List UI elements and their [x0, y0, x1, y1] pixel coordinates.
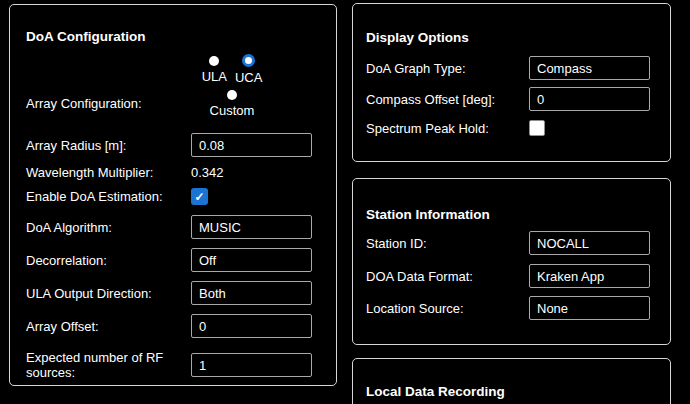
spectrum-peak-hold-label: Spectrum Peak Hold: [366, 121, 529, 136]
doa-data-format-label: DOA Data Format: [366, 269, 529, 284]
wavelength-multiplier-label: Wavelength Multiplier: [26, 165, 191, 180]
decorrelation-row: Decorrelation: [26, 248, 320, 272]
radio-dot-icon [227, 90, 237, 100]
decorrelation-select[interactable] [191, 248, 312, 272]
array-radius-input[interactable] [191, 133, 312, 157]
radio-dot-selected-icon [242, 54, 255, 67]
station-id-input[interactable] [529, 231, 650, 255]
ula-output-direction-row: ULA Output Direction: [26, 281, 320, 305]
doa-graph-type-select[interactable] [529, 56, 650, 80]
expected-rf-sources-input[interactable] [191, 353, 312, 377]
expected-rf-sources-row: Expected number of RF sources: [26, 350, 320, 380]
ula-output-direction-select[interactable] [191, 281, 312, 305]
radio-dot-icon [209, 56, 219, 66]
local-data-recording-title: Local Data Recording [366, 384, 657, 399]
ula-output-direction-label: ULA Output Direction: [26, 286, 191, 301]
wavelength-multiplier-row: Wavelength Multiplier: 0.342 [26, 165, 320, 180]
spectrum-peak-hold-row: Spectrum Peak Hold: [366, 120, 657, 136]
doa-data-format-row: DOA Data Format: [366, 264, 657, 288]
station-id-row: Station ID: [366, 231, 657, 255]
local-data-recording-panel: Local Data Recording [352, 358, 671, 404]
radio-option-ula-label: ULA [202, 69, 227, 84]
doa-configuration-panel: DoA Configuration Array Configuration: U… [9, 4, 337, 386]
array-configuration-row: Array Configuration: ULA UCA Custom [26, 54, 320, 121]
expected-rf-sources-label: Expected number of RF sources: [26, 350, 191, 380]
checkmark-icon: ✓ [194, 191, 204, 203]
station-id-label: Station ID: [366, 236, 529, 251]
display-options-title: Display Options [366, 30, 657, 45]
doa-algorithm-label: DoA Algorithm: [26, 220, 191, 235]
wavelength-multiplier-value: 0.342 [191, 165, 224, 180]
location-source-select[interactable] [529, 296, 650, 320]
radio-option-ula[interactable]: ULA [202, 54, 227, 85]
array-offset-input[interactable] [191, 314, 312, 338]
decorrelation-label: Decorrelation: [26, 253, 191, 268]
doa-graph-type-row: DoA Graph Type: [366, 56, 657, 80]
location-source-label: Location Source: [366, 301, 529, 316]
enable-doa-estimation-checkbox[interactable]: ✓ [191, 188, 208, 205]
compass-offset-label: Compass Offset [deg]: [366, 92, 529, 107]
location-source-row: Location Source: [366, 296, 657, 320]
radio-option-uca[interactable]: UCA [235, 54, 262, 85]
station-information-panel: Station Information Station ID: DOA Data… [352, 178, 671, 345]
radio-option-custom[interactable]: Custom [210, 88, 255, 118]
radio-option-uca-label: UCA [235, 70, 262, 85]
array-offset-label: Array Offset: [26, 319, 191, 334]
enable-doa-estimation-row: Enable DoA Estimation: ✓ [26, 188, 320, 205]
doa-algorithm-row: DoA Algorithm: [26, 215, 320, 239]
spectrum-peak-hold-checkbox[interactable] [529, 120, 545, 136]
compass-offset-input[interactable] [529, 87, 650, 111]
doa-data-format-select[interactable] [529, 264, 650, 288]
doa-configuration-title: DoA Configuration [26, 29, 320, 44]
doa-algorithm-select[interactable] [191, 215, 312, 239]
array-offset-row: Array Offset: [26, 314, 320, 338]
compass-offset-row: Compass Offset [deg]: [366, 87, 657, 111]
enable-doa-estimation-label: Enable DoA Estimation: [26, 189, 191, 204]
display-options-panel: Display Options DoA Graph Type: Compass … [352, 3, 671, 162]
station-information-title: Station Information [366, 207, 657, 222]
array-configuration-radio-group: ULA UCA Custom [191, 54, 273, 121]
array-radius-row: Array Radius [m]: [26, 133, 320, 157]
radio-option-custom-label: Custom [210, 103, 255, 118]
array-radius-label: Array Radius [m]: [26, 138, 191, 153]
doa-graph-type-label: DoA Graph Type: [366, 61, 529, 76]
array-configuration-label: Array Configuration: [26, 96, 191, 121]
